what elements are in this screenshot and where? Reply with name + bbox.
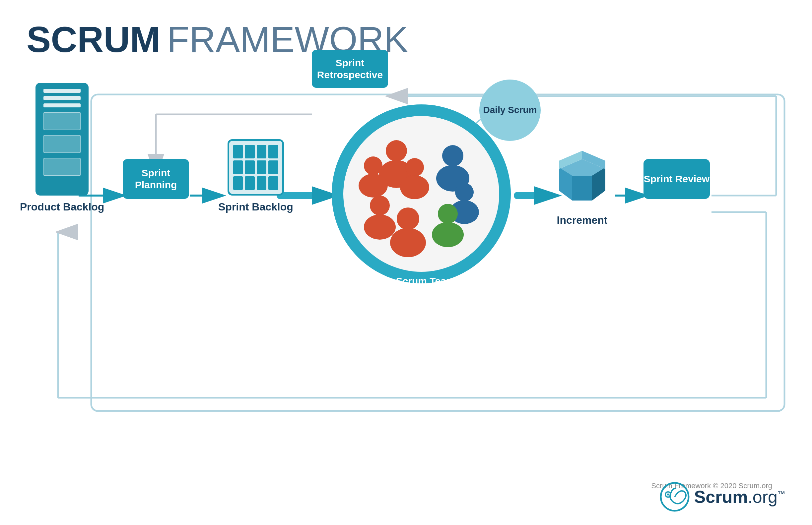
backlog-line-3 (43, 103, 81, 107)
title-scrum: SCRUM (27, 19, 160, 60)
svg-point-44 (667, 494, 669, 495)
product-backlog: Product Backlog (20, 83, 104, 213)
sprint-retrospective-box: Sprint Retrospective (312, 50, 388, 88)
grid-cell-1 (233, 145, 243, 159)
scrumorg-logo: Scrum.org™ (660, 482, 785, 512)
sprint-planning-label: Sprint Planning (123, 167, 189, 191)
scrum-team: 1 Scrum Team (332, 104, 511, 283)
sprint-backlog-label: Sprint Backlog (218, 201, 293, 213)
product-backlog-icon (35, 83, 89, 196)
scrum-team-label: 1 Scrum Team (332, 275, 511, 287)
backlog-section-3 (43, 158, 81, 176)
scrumorg-logo-icon (660, 482, 690, 512)
product-backlog-label: Product Backlog (20, 201, 104, 213)
grid-cell-2 (245, 145, 255, 159)
scrumorg-org: .org (748, 487, 778, 507)
scrumorg-logo-text: Scrum.org™ (694, 487, 785, 507)
svg-point-22 (364, 156, 382, 175)
grid-cell-12 (269, 176, 278, 190)
svg-point-29 (390, 228, 426, 257)
grid-cell-7 (257, 161, 267, 174)
backlog-section-2 (43, 135, 81, 153)
sprint-planning-box: Sprint Planning (123, 159, 189, 199)
svg-point-35 (432, 222, 464, 247)
svg-point-23 (359, 174, 388, 197)
team-outer-ring: 1 Scrum Team (332, 104, 511, 283)
grid-cell-11 (257, 176, 267, 190)
sprint-retrospective-label: Sprint Retrospective (312, 57, 388, 81)
svg-point-20 (386, 140, 407, 161)
sprint-backlog-icon (228, 139, 284, 196)
backlog-line-1 (43, 89, 81, 93)
team-inner (343, 116, 499, 272)
sprint-review-label: Sprint Review (644, 173, 710, 185)
grid-cell-8 (269, 161, 278, 174)
backlog-section-1 (43, 112, 81, 130)
scrumorg-tm: ™ (778, 490, 785, 498)
sprint-review-box: Sprint Review (643, 159, 710, 199)
svg-marker-37 (572, 176, 592, 200)
grid-cell-5 (233, 161, 243, 174)
grid-cell-3 (257, 145, 267, 159)
svg-point-26 (370, 196, 390, 215)
svg-point-24 (405, 158, 424, 177)
svg-point-27 (364, 214, 396, 240)
grid-cell-4 (269, 145, 278, 159)
svg-point-32 (455, 183, 474, 201)
increment-label: Increment (557, 214, 608, 226)
svg-point-30 (442, 145, 463, 166)
team-persons-svg (350, 129, 493, 258)
svg-point-25 (400, 175, 429, 199)
increment-icon (547, 139, 617, 209)
increment: Increment (547, 139, 617, 226)
grid-cell-9 (233, 176, 243, 190)
svg-point-28 (397, 208, 419, 230)
svg-point-34 (438, 204, 458, 224)
grid-cell-10 (245, 176, 255, 190)
scrumorg-scrum: Scrum (694, 487, 748, 507)
sprint-backlog: Sprint Backlog (218, 139, 293, 213)
grid-cell-6 (245, 161, 255, 174)
backlog-line-2 (43, 96, 81, 100)
